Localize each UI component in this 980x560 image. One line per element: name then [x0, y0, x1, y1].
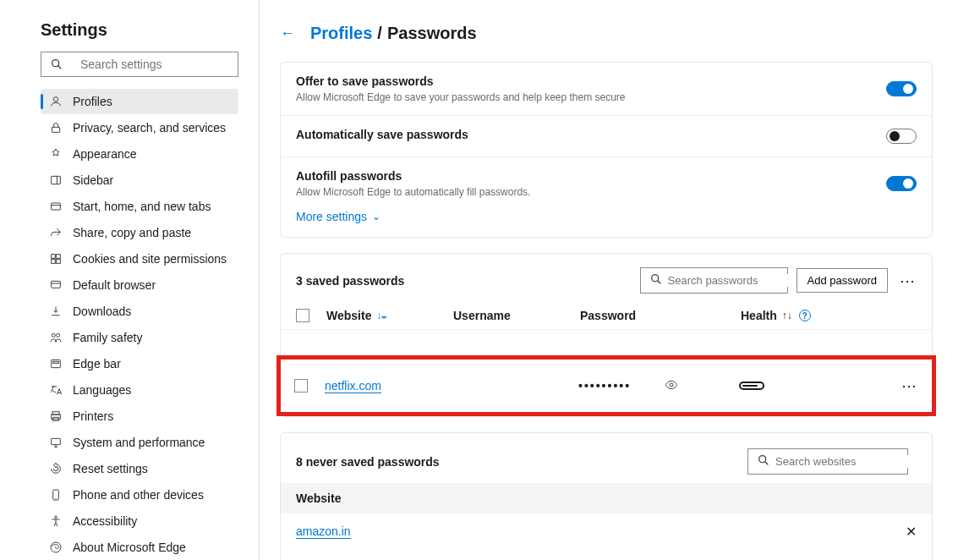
sidebar-item-appearance[interactable]: Appearance [41, 141, 238, 167]
search-icon [757, 453, 770, 469]
svg-point-28 [651, 275, 658, 282]
passwords-table-header: Website ↓₌ Username Password Health ↑↓ ? [281, 302, 932, 330]
sidebar-item-share-copy-and-paste[interactable]: Share, copy and paste [41, 220, 238, 245]
sidebar-item-downloads[interactable]: Downloads [41, 299, 238, 324]
sidebar-title: Settings [0, 20, 259, 52]
sidebar-item-phone-and-other-devices[interactable]: Phone and other devices [41, 482, 238, 508]
sidebar-item-start-home-and-new-tabs[interactable]: Start, home, and new tabs [41, 194, 238, 219]
sort-updown-icon: ↑↓ [782, 310, 792, 321]
phone-icon [49, 488, 63, 502]
edgebar-icon [49, 357, 63, 371]
never-saved-site-link[interactable]: amazon.in [296, 524, 351, 539]
never-column-label: Website [281, 483, 932, 513]
column-password[interactable]: Password [580, 309, 741, 322]
add-password-button[interactable]: Add password [797, 268, 888, 293]
main-content: ← Profiles / Passwords Offer to save pas… [260, 0, 980, 560]
svg-point-31 [759, 456, 766, 463]
more-actions-icon[interactable]: ⋯ [900, 273, 917, 288]
sidebar-item-system-and-performance[interactable]: System and performance [41, 430, 238, 455]
more-settings-label: More settings [296, 210, 367, 223]
back-arrow-icon[interactable]: ← [280, 25, 295, 42]
share-icon [49, 226, 63, 239]
password-masked: ••••••••• [578, 379, 631, 393]
sidebar-item-languages[interactable]: Languages [41, 377, 238, 403]
search-settings-box[interactable] [41, 52, 238, 77]
language-icon [49, 383, 63, 397]
column-website[interactable]: Website ↓₌ [326, 309, 453, 322]
never-saved-row: coschedule.com✕ [281, 550, 932, 560]
sidebar-item-label: System and performance [73, 436, 205, 449]
svg-rect-16 [52, 360, 61, 367]
tabs-icon [49, 200, 63, 213]
svg-rect-17 [53, 361, 59, 363]
help-icon[interactable]: ? [799, 310, 811, 321]
settings-sidebar: Settings ProfilesPrivacy, search, and se… [0, 0, 260, 560]
search-passwords-box[interactable] [640, 267, 788, 294]
sidebar-item-label: Share, copy and paste [73, 226, 191, 239]
sidebar-item-default-browser[interactable]: Default browser [41, 272, 238, 298]
sidebar-item-label: Start, home, and new tabs [73, 200, 211, 213]
chevron-down-icon: ⌄ [372, 211, 381, 222]
column-health[interactable]: Health ↑↓ ? [741, 309, 917, 322]
search-websites-box[interactable] [747, 448, 908, 475]
saved-passwords-card: 3 saved passwords Add password ⋯ Website… [280, 253, 933, 417]
sidebar-item-edge-bar[interactable]: Edge bar [41, 351, 238, 376]
sidebar-item-family-safety[interactable]: Family safety [41, 325, 238, 350]
autofill-toggle[interactable] [886, 176, 917, 191]
sidebar-item-sidebar[interactable]: Sidebar [41, 167, 238, 193]
svg-rect-3 [52, 127, 59, 132]
more-settings-link[interactable]: More settings ⌄ [281, 210, 396, 237]
svg-line-1 [58, 66, 62, 69]
sidebar-item-label: Sidebar [73, 173, 113, 187]
select-all-checkbox[interactable] [296, 309, 309, 322]
edge-icon [49, 541, 63, 554]
svg-point-27 [51, 542, 61, 552]
row-checkbox[interactable] [294, 379, 308, 393]
sidebar-item-reset-settings[interactable]: Reset settings [41, 456, 238, 481]
sidebar-item-accessibility[interactable]: Accessibility [41, 508, 238, 534]
svg-rect-8 [52, 255, 56, 259]
sidebar-item-label: Profiles [73, 95, 112, 108]
remove-never-saved-icon[interactable]: ✕ [906, 524, 917, 540]
never-saved-header: 8 never saved passwords [281, 433, 932, 483]
sidebar-item-about-microsoft-edge[interactable]: About Microsoft Edge [41, 535, 238, 560]
breadcrumb-parent[interactable]: Profiles [310, 24, 372, 43]
printer-icon [49, 409, 63, 423]
auto-save-toggle[interactable] [886, 129, 917, 144]
sidebar-item-label: Family safety [73, 331, 142, 344]
sidebar-item-label: Phone and other devices [73, 488, 204, 502]
search-websites-input[interactable] [775, 455, 917, 468]
sidebar-item-label: Languages [73, 383, 131, 397]
row-more-actions-icon[interactable]: ⋯ [901, 376, 918, 395]
svg-rect-6 [52, 203, 61, 210]
sidebar-item-cookies-and-site-permissions[interactable]: Cookies and site permissions [41, 246, 238, 272]
sort-icon: ↓₌ [376, 310, 386, 321]
svg-rect-21 [52, 438, 61, 444]
profile-icon [49, 95, 63, 108]
reset-icon [49, 462, 63, 475]
svg-point-2 [53, 97, 57, 102]
svg-rect-12 [52, 281, 61, 288]
download-icon [49, 305, 63, 318]
sidebar-item-label: Reset settings [73, 462, 148, 475]
family-icon [49, 331, 63, 344]
offer-save-desc: Allow Microsoft Edge to save your passwo… [296, 91, 886, 103]
website-link[interactable]: netflix.com [325, 379, 381, 393]
offer-save-toggle[interactable] [886, 81, 917, 96]
column-username[interactable]: Username [453, 309, 580, 322]
svg-line-29 [657, 281, 660, 284]
svg-point-30 [670, 383, 673, 387]
sidebar-item-printers[interactable]: Printers [41, 404, 238, 429]
auto-save-passwords-row: Automatically save passwords [281, 115, 932, 156]
auto-save-title: Automatically save passwords [296, 128, 886, 141]
sidebar-item-privacy-search-and-services[interactable]: Privacy, search, and services [41, 115, 238, 140]
breadcrumb-separator: / [377, 24, 382, 43]
svg-point-26 [55, 516, 57, 519]
search-passwords-input[interactable] [668, 274, 810, 287]
sidebar-item-profiles[interactable]: Profiles [41, 89, 238, 114]
password-row-netflix: netflix.com ••••••••• ⋯ [281, 360, 932, 412]
svg-rect-4 [52, 176, 61, 184]
highlighted-row-frame: netflix.com ••••••••• ⋯ [276, 355, 936, 416]
reveal-password-icon[interactable] [665, 378, 678, 394]
search-settings-input[interactable] [80, 58, 229, 71]
